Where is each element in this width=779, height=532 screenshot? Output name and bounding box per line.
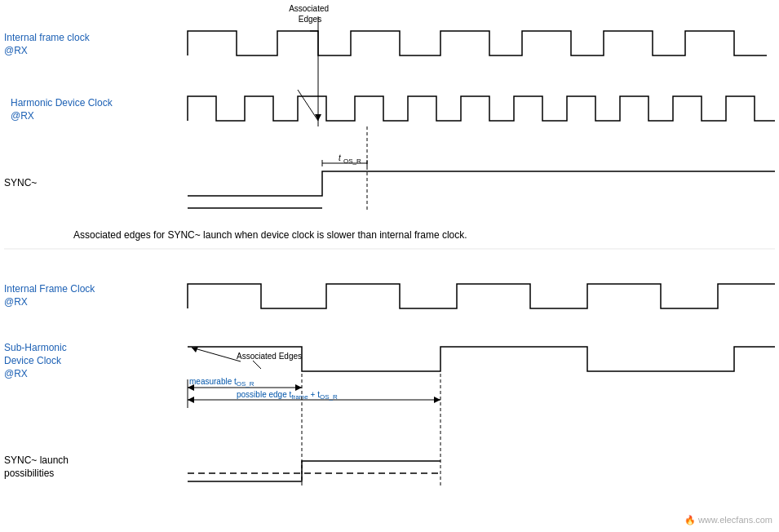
caption-text: Associated edges for SYNC~ launch when d… (73, 229, 467, 241)
measurable-arrow-right (295, 384, 302, 391)
harmonic-device-clock-wave (188, 96, 775, 121)
watermark: 🔥 www.elecfans.com (684, 515, 772, 525)
possible-arrow-right (434, 397, 440, 403)
label-sub-harmonic: Sub-Harmonic Device Clock @RX (4, 342, 69, 379)
label-measurable: measurable tOS_R (189, 377, 255, 388)
sync-launch-wave (188, 461, 440, 481)
diagram-container: Internal frame clock @RX Harmonic Device… (0, 0, 779, 532)
internal-frame-clock-wave-2 (188, 284, 775, 308)
label-internal-frame-2: Internal Frame Clock @RX (4, 283, 98, 308)
svg-marker-4 (192, 347, 198, 352)
label-assoc-edges: Associated Edges (289, 4, 331, 24)
label-sync-launch: SYNC~ launch possibilities (4, 454, 71, 479)
label-sync: SYNC~ (4, 177, 37, 188)
label-tos-r-sub: OS_R (343, 157, 361, 165)
possible-arrow-left (188, 397, 194, 403)
svg-line-3 (192, 348, 241, 361)
assoc-edge-arrow (298, 90, 318, 121)
label-tos-r-top: t (339, 153, 342, 162)
label-possible-edge: possible edge tframe + tOS_R (237, 390, 338, 401)
sync-wave (188, 171, 775, 196)
label-harmonic-device: Harmonic Device Clock @RX (11, 97, 115, 122)
internal-frame-clock-wave (188, 31, 767, 55)
label-internal-frame: Internal frame clock @RX (4, 32, 92, 56)
label-assoc-edges-2: Associated Edges (237, 352, 302, 361)
timing-diagram-svg: Internal frame clock @RX Harmonic Device… (0, 0, 779, 532)
svg-line-2 (253, 361, 261, 369)
